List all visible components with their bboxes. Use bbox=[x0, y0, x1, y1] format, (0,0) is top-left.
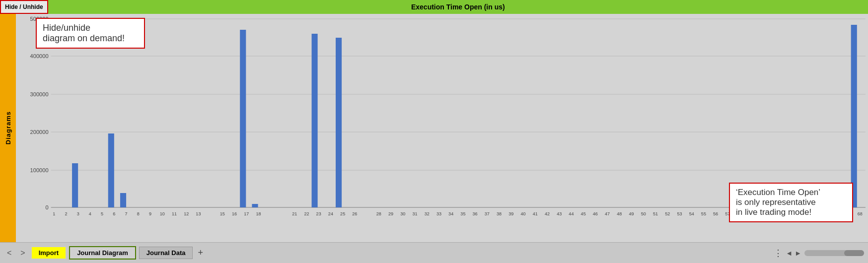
svg-text:3: 3 bbox=[77, 211, 79, 216]
svg-text:30: 30 bbox=[400, 211, 405, 216]
svg-text:68: 68 bbox=[858, 211, 863, 216]
scroll-thumb bbox=[844, 250, 864, 256]
svg-rect-22 bbox=[851, 25, 857, 207]
svg-text:4: 4 bbox=[89, 211, 91, 216]
svg-text:2: 2 bbox=[65, 211, 67, 216]
svg-text:40: 40 bbox=[520, 211, 525, 216]
svg-text:23: 23 bbox=[316, 211, 321, 216]
scroll-arrows: ◄ ► bbox=[786, 249, 801, 257]
svg-rect-19 bbox=[252, 204, 258, 207]
svg-text:100000: 100000 bbox=[30, 167, 49, 173]
svg-text:29: 29 bbox=[388, 211, 393, 216]
svg-text:8: 8 bbox=[137, 211, 140, 216]
svg-text:26: 26 bbox=[352, 211, 357, 216]
svg-text:48: 48 bbox=[617, 211, 622, 216]
svg-text:45: 45 bbox=[581, 211, 586, 216]
main-area: Diagrams 500000 400000 300000 200000 10 bbox=[0, 14, 868, 242]
svg-text:37: 37 bbox=[485, 211, 490, 216]
svg-text:22: 22 bbox=[304, 211, 309, 216]
svg-text:50: 50 bbox=[641, 211, 646, 216]
scroll-left-button[interactable]: ◄ bbox=[786, 249, 793, 257]
bottom-bar: < > Import Journal Diagram Journal Data … bbox=[0, 242, 868, 263]
svg-text:200000: 200000 bbox=[30, 129, 49, 135]
next-button[interactable]: > bbox=[17, 248, 28, 259]
svg-text:28: 28 bbox=[376, 211, 381, 216]
svg-text:12: 12 bbox=[184, 211, 189, 216]
svg-text:53: 53 bbox=[677, 211, 682, 216]
chart-container: 500000 400000 300000 200000 100000 0 bbox=[16, 14, 868, 242]
svg-text:7: 7 bbox=[125, 211, 128, 216]
annotation-hide-unhide: Hide/unhidediagram on demand! bbox=[36, 18, 145, 49]
svg-text:49: 49 bbox=[629, 211, 634, 216]
svg-text:16: 16 bbox=[232, 211, 237, 216]
svg-text:52: 52 bbox=[665, 211, 670, 216]
svg-text:32: 32 bbox=[425, 211, 430, 216]
svg-text:24: 24 bbox=[328, 211, 333, 216]
annotation-execution-time: ‘Execution Time Open’is only representat… bbox=[729, 183, 853, 222]
tab-journal-diagram[interactable]: Journal Diagram bbox=[69, 246, 136, 260]
top-bar: Hide / Unhide Execution Time Open (in us… bbox=[0, 0, 868, 14]
svg-text:11: 11 bbox=[172, 211, 177, 216]
svg-text:25: 25 bbox=[340, 211, 345, 216]
svg-text:6: 6 bbox=[113, 211, 115, 216]
svg-rect-17 bbox=[120, 193, 126, 207]
scroll-track[interactable] bbox=[804, 250, 864, 256]
more-button[interactable]: ⋮ bbox=[774, 248, 783, 259]
svg-text:46: 46 bbox=[593, 211, 598, 216]
tab-journal-data[interactable]: Journal Data bbox=[139, 247, 193, 259]
svg-text:42: 42 bbox=[545, 211, 550, 216]
svg-rect-20 bbox=[312, 34, 318, 207]
svg-rect-16 bbox=[108, 133, 114, 207]
svg-text:41: 41 bbox=[533, 211, 538, 216]
svg-text:13: 13 bbox=[196, 211, 201, 216]
chart-title: Execution Time Open (in us) bbox=[48, 3, 868, 11]
svg-text:17: 17 bbox=[244, 211, 249, 216]
svg-text:10: 10 bbox=[160, 211, 165, 216]
svg-text:9: 9 bbox=[149, 211, 151, 216]
svg-text:44: 44 bbox=[569, 211, 574, 216]
svg-text:33: 33 bbox=[436, 211, 441, 216]
svg-text:36: 36 bbox=[473, 211, 478, 216]
svg-text:55: 55 bbox=[701, 211, 706, 216]
svg-text:0: 0 bbox=[45, 204, 48, 210]
svg-text:5: 5 bbox=[101, 211, 103, 216]
svg-text:39: 39 bbox=[508, 211, 513, 216]
svg-text:400000: 400000 bbox=[30, 53, 49, 59]
svg-text:31: 31 bbox=[412, 211, 417, 216]
hide-unhide-button[interactable]: Hide / Unhide bbox=[0, 0, 48, 14]
svg-text:15: 15 bbox=[220, 211, 225, 216]
svg-text:51: 51 bbox=[653, 211, 658, 216]
svg-text:56: 56 bbox=[713, 211, 718, 216]
svg-text:300000: 300000 bbox=[30, 91, 49, 97]
svg-rect-18 bbox=[240, 30, 246, 207]
svg-text:43: 43 bbox=[557, 211, 562, 216]
scroll-right-button[interactable]: ► bbox=[795, 249, 801, 257]
import-button[interactable]: Import bbox=[31, 247, 66, 259]
svg-text:38: 38 bbox=[497, 211, 502, 216]
svg-text:54: 54 bbox=[689, 211, 694, 216]
sidebar-label: Diagrams bbox=[4, 111, 12, 144]
svg-text:21: 21 bbox=[292, 211, 297, 216]
add-tab-button[interactable]: + bbox=[196, 248, 205, 258]
svg-text:18: 18 bbox=[256, 211, 261, 216]
sidebar: Diagrams bbox=[0, 14, 16, 242]
prev-button[interactable]: < bbox=[4, 248, 14, 259]
svg-text:1: 1 bbox=[53, 211, 55, 216]
svg-text:47: 47 bbox=[605, 211, 610, 216]
svg-rect-21 bbox=[336, 38, 342, 207]
svg-text:35: 35 bbox=[460, 211, 465, 216]
svg-rect-15 bbox=[72, 163, 78, 207]
svg-text:34: 34 bbox=[448, 211, 453, 216]
